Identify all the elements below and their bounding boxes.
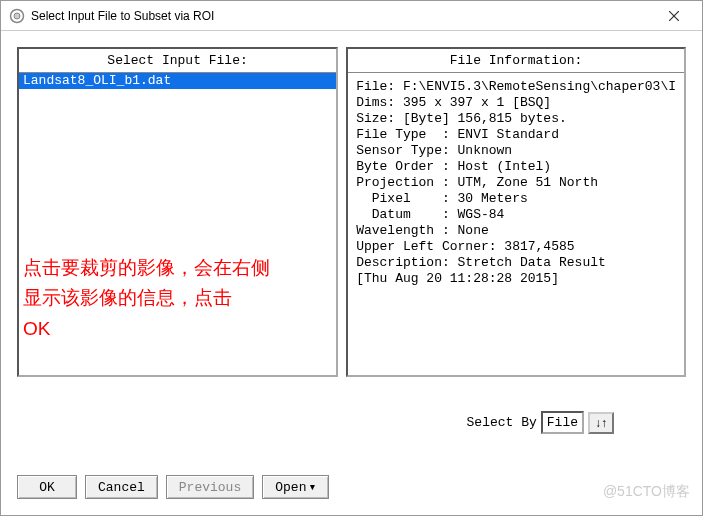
- watermark: @51CTO博客: [603, 483, 690, 501]
- select-by-row: Select By File ↓↑: [467, 411, 614, 434]
- file-info-header: File Information:: [348, 49, 684, 73]
- content-area: Select Input File: Landsat8_OLI_b1.dat F…: [1, 31, 702, 515]
- file-info-panel: File Information: File: F:\ENVI5.3\Remot…: [346, 47, 686, 377]
- app-icon: [9, 8, 25, 24]
- open-button[interactable]: Open▾: [262, 475, 329, 499]
- chevron-down-icon: ▾: [308, 480, 316, 495]
- window-title: Select Input File to Subset via ROI: [31, 9, 214, 23]
- previous-button: Previous: [166, 475, 254, 499]
- open-button-label: Open: [275, 480, 306, 495]
- titlebar: Select Input File to Subset via ROI: [1, 1, 702, 31]
- file-item[interactable]: Landsat8_OLI_b1.dat: [19, 73, 336, 89]
- button-row: OK Cancel Previous Open▾: [17, 475, 329, 499]
- cancel-button[interactable]: Cancel: [85, 475, 158, 499]
- panels-row: Select Input File: Landsat8_OLI_b1.dat F…: [17, 47, 686, 377]
- select-by-label: Select By: [467, 415, 537, 430]
- file-list[interactable]: Landsat8_OLI_b1.dat: [19, 73, 336, 375]
- select-by-field[interactable]: File: [541, 411, 584, 434]
- ok-button[interactable]: OK: [17, 475, 77, 499]
- file-info-text: File: F:\ENVI5.3\RemoteSensing\chaper03\…: [348, 73, 684, 375]
- close-button[interactable]: [654, 2, 694, 30]
- sort-button[interactable]: ↓↑: [588, 412, 614, 434]
- input-file-header: Select Input File:: [19, 49, 336, 73]
- input-file-panel: Select Input File: Landsat8_OLI_b1.dat: [17, 47, 338, 377]
- svg-point-1: [14, 13, 20, 19]
- sort-icon: ↓↑: [595, 416, 607, 430]
